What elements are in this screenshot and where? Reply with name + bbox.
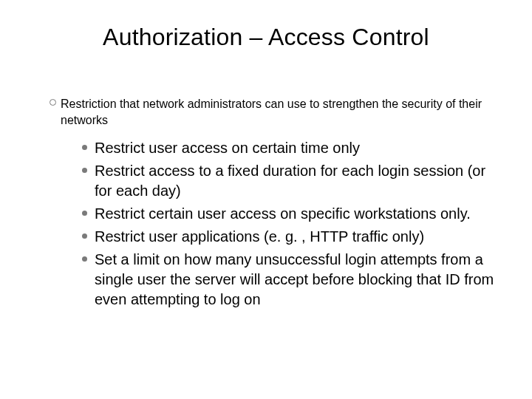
dot-icon [74,138,95,150]
list-item: Set a limit on how many unsuccessful log… [74,250,502,310]
list-item: Restrict access to a fixed duration for … [74,161,502,201]
dot-icon [74,204,95,216]
list-item: Restrict user applications (e. g. , HTTP… [74,227,502,247]
dot-icon [74,161,95,173]
slide-body: Restriction that network administrators … [44,96,502,313]
dot-icon [74,250,95,262]
dot-icon [74,227,95,239]
slide: Authorization – Access Control Restricti… [0,0,532,399]
list-item-text: Set a limit on how many unsuccessful log… [95,250,502,310]
list-item-text: Restrict user applications (e. g. , HTTP… [95,227,424,247]
hollow-circle-icon [44,96,61,106]
list-item-text: Restrict user access on certain time onl… [95,138,360,158]
list-item: Restrict user access on certain time onl… [74,138,502,158]
list-item-text: Restrict certain user access on specific… [95,204,471,224]
slide-title: Authorization – Access Control [0,24,532,51]
sub-list: Restrict user access on certain time onl… [74,138,502,310]
list-item-text: Restrict access to a fixed duration for … [95,161,502,201]
list-item: Restrict certain user access on specific… [74,204,502,224]
intro-text: Restriction that network administrators … [61,96,502,128]
intro-item: Restriction that network administrators … [44,96,502,128]
